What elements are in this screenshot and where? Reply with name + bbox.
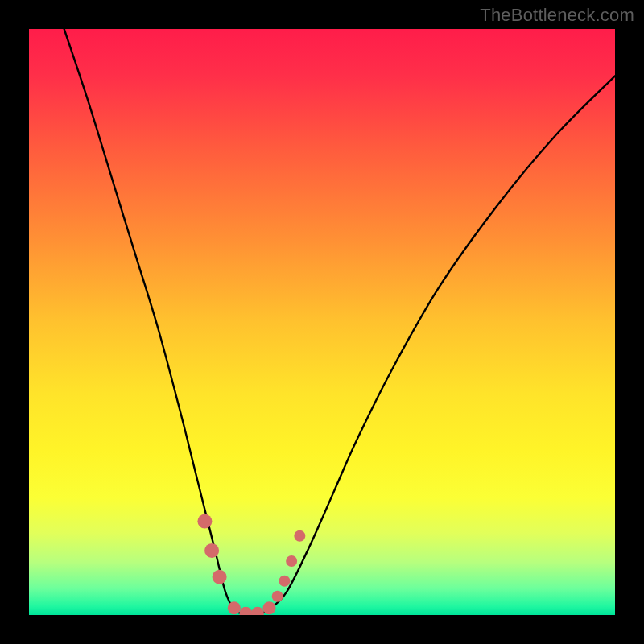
highlight-marker [204,543,219,558]
plot-area [29,29,615,615]
highlight-marker [197,514,212,529]
highlight-marker [228,601,241,614]
highlight-marker [213,570,227,584]
watermark-text: TheBottleneck.com [480,5,634,26]
gradient-background [29,29,615,615]
highlight-marker [286,555,297,567]
highlight-marker [262,601,275,614]
bottleneck-curve-chart [29,29,615,615]
chart-frame: TheBottleneck.com [0,0,644,644]
highlight-marker [279,576,290,587]
highlight-marker [272,591,283,602]
highlight-marker [294,530,305,542]
